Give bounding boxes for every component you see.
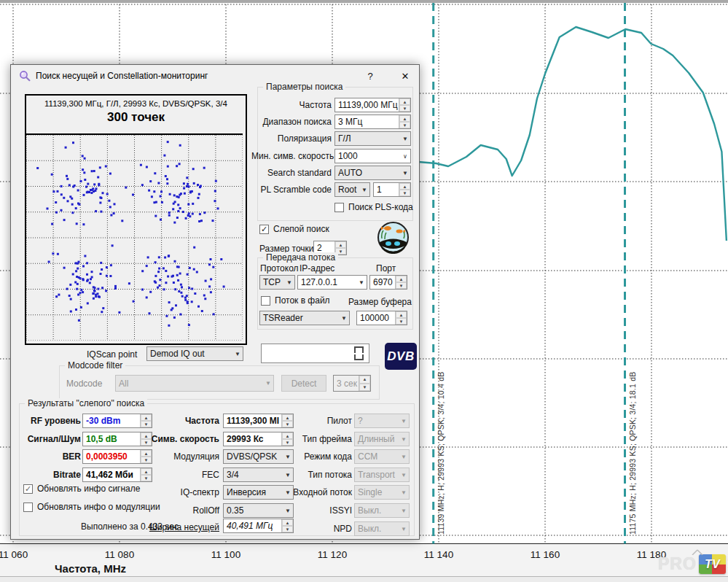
result-label-2: Сигнал/Шум bbox=[23, 434, 81, 444]
result-field-1[interactable]: -30 dBm▲▼ bbox=[82, 414, 152, 428]
constellation-point-count: 300 точек bbox=[26, 110, 246, 125]
modcode-label: Modcode bbox=[66, 379, 102, 389]
port-label: Порт bbox=[376, 263, 396, 273]
stream-info-field-2: Длинный▼ bbox=[354, 432, 410, 446]
pl-scramble-value-stepper[interactable]: 1▲▼ bbox=[373, 182, 411, 197]
param-field-4-value: 1000 bbox=[335, 151, 400, 161]
result-field-2-value: 10,5 dB bbox=[83, 434, 140, 444]
stream-info-field-7-value: Выкл. bbox=[355, 524, 399, 534]
detect-button: Detect bbox=[281, 375, 326, 392]
demod-field-4-value: 3/4 bbox=[224, 470, 283, 480]
chevron-down-icon: ▼ bbox=[400, 136, 410, 142]
x-tick-label-4: 11 120 bbox=[318, 549, 347, 560]
checkbox-checked-icon[interactable]: ✓ bbox=[23, 484, 33, 494]
carrier-marker-label-2: 11175 MHz; H; 29993 KS; QPSK; 3/4; 18.1 … bbox=[628, 372, 637, 535]
reader-select[interactable]: TSReader▼ bbox=[259, 311, 350, 325]
search-params-title: Параметры поиска bbox=[263, 82, 345, 92]
stream-info-field-5: Single▼ bbox=[354, 485, 410, 500]
modcode-group-title: Modcode filter bbox=[65, 360, 125, 370]
param-field-1-spin-buttons[interactable]: ▲▼ bbox=[399, 98, 410, 112]
param-label-4: Мин. симв. скорость bbox=[251, 151, 332, 161]
protocol-label: Протокол bbox=[260, 263, 299, 273]
x-tick-label-2: 11 080 bbox=[105, 549, 134, 560]
stream-info-field-1: ?▼ bbox=[354, 414, 410, 428]
result-label-3: BER bbox=[23, 451, 81, 462]
checkbox-unchecked-icon[interactable] bbox=[334, 203, 344, 212]
protocol-select[interactable]: TCP▼ bbox=[259, 275, 295, 290]
modcode-select: All▼ bbox=[115, 375, 274, 392]
param-field-5-value: AUTO bbox=[335, 168, 400, 178]
close-button[interactable]: ✕ bbox=[393, 65, 418, 87]
param-label-1: Частота bbox=[251, 100, 332, 110]
pls-code-search-checkbox[interactable]: Поиск PLS-кода bbox=[334, 202, 413, 212]
chevron-down-icon: ▼ bbox=[399, 472, 409, 478]
constellation-header: 11139,300 МГц, Г/Л, 29993 Кс, DVBS/QPSK,… bbox=[26, 99, 246, 108]
param-field-4[interactable]: 1000∨ bbox=[334, 149, 411, 163]
tv-antenna-icon bbox=[690, 549, 705, 555]
x-tick-label-6: 11 160 bbox=[531, 549, 560, 560]
protv-watermark: PRO TV NET.UA bbox=[658, 554, 728, 574]
x-tick-label-5: 11 140 bbox=[424, 549, 453, 560]
result-field-4[interactable]: 41,462 Мби▲▼ bbox=[82, 467, 152, 482]
x-tick-label-3: 11 100 bbox=[211, 549, 240, 560]
param-label-3: Поляризация bbox=[251, 133, 332, 144]
checkbox-checked-icon[interactable]: ✓ bbox=[259, 225, 269, 234]
param-field-5[interactable]: AUTO▼ bbox=[334, 166, 411, 180]
param-field-3[interactable]: Г/Л▼ bbox=[334, 131, 411, 146]
result-label-1: RF уровень bbox=[23, 416, 81, 426]
chevron-down-icon: ▼ bbox=[399, 508, 409, 514]
dialog-titlebar[interactable]: Поиск несущей и Constellation-мониторинг… bbox=[11, 65, 419, 87]
stream-info-field-4: Transport▼ bbox=[354, 467, 410, 482]
chevron-down-icon: ▼ bbox=[359, 187, 369, 193]
port-stepper[interactable]: 6970▲▼ bbox=[369, 275, 407, 290]
stream-info-label-1: Пилот bbox=[278, 416, 352, 426]
demod-label-2: Симв. скорость bbox=[143, 434, 219, 444]
stream-info-label-5: Входной поток bbox=[278, 487, 352, 497]
stream-info-field-6: Выкл.▼ bbox=[354, 503, 410, 518]
chevron-down-icon: ▼ bbox=[400, 170, 410, 176]
stream-info-field-5-value: Single bbox=[355, 487, 399, 497]
iqscan-select[interactable]: Demod IQ out▼ bbox=[146, 346, 243, 361]
x-axis-title: Частота, MHz bbox=[55, 562, 126, 575]
chevron-down-icon: ▼ bbox=[399, 436, 409, 443]
blind-search-checkbox[interactable]: ✓ Слепой поиск bbox=[259, 224, 329, 234]
demod-label-3: Модуляция bbox=[143, 451, 219, 462]
tv-logo-icon: TV bbox=[699, 554, 726, 574]
pl-scramble-value-stepper-spin-buttons[interactable]: ▲▼ bbox=[399, 183, 410, 196]
checkbox-unchecked-icon[interactable] bbox=[261, 296, 270, 306]
result-field-3-value: 0,0003950 bbox=[83, 451, 140, 462]
carrier-width-link[interactable]: Ширина несущей bbox=[138, 522, 219, 532]
param-field-2-value: 3 МГц bbox=[335, 117, 399, 127]
window-top-edge bbox=[0, 0, 728, 3]
param-field-2-spin-buttons[interactable]: ▲▼ bbox=[399, 115, 410, 128]
carrier-width-stepper[interactable]: 40,491 МГц▲▼ bbox=[223, 519, 294, 533]
aquarium-cat-icon bbox=[377, 221, 410, 254]
stream-info-field-4-value: Transport bbox=[355, 470, 399, 480]
stream-info-field-2-value: Длинный bbox=[355, 434, 399, 444]
carrier-marker-label-1: 11139 MHz; H; 29993 KS; QPSK; 3/4; 10.4 … bbox=[437, 372, 445, 535]
demod-label-4: FEC bbox=[143, 470, 219, 480]
spectrum-trace bbox=[418, 27, 727, 241]
param-field-1[interactable]: 11139,000 МГц▲▼ bbox=[334, 98, 411, 112]
help-button[interactable]: ? bbox=[359, 65, 381, 87]
demod-field-2-value: 29993 Кс bbox=[224, 434, 281, 444]
update-modulation-info-checkbox[interactable]: Обновлять инфо о модуляции bbox=[23, 502, 160, 512]
checkbox-unchecked-icon[interactable] bbox=[23, 503, 33, 512]
update-signal-info-checkbox[interactable]: ✓ Обновлять инфо сигнале bbox=[23, 484, 140, 494]
stream-to-file-checkbox[interactable]: Поток в файл bbox=[261, 295, 330, 306]
buffer-size-stepper[interactable]: 100000▲▼ bbox=[356, 311, 407, 325]
detect-interval-stepper: 3 сек▲▼ bbox=[333, 375, 371, 392]
pl-scramble-mode-select[interactable]: Root▼ bbox=[334, 182, 370, 197]
ip-address-select[interactable]: 127.0.0.1▼ bbox=[297, 275, 367, 290]
stream-info-label-6: ISSYI bbox=[278, 505, 352, 516]
result-field-2[interactable]: 10,5 dB▲▼ bbox=[82, 432, 152, 446]
param-field-2[interactable]: 3 МГц▲▼ bbox=[334, 115, 411, 129]
param-label-2: Диапазон поиска bbox=[251, 117, 332, 127]
result-field-3[interactable]: 0,0003950▲▼ bbox=[82, 449, 152, 464]
chevron-down-icon: ▼ bbox=[399, 454, 409, 460]
result-field-1-value: -30 dBm bbox=[83, 416, 140, 426]
x-tick-label-1: 11 060 bbox=[0, 549, 28, 560]
pls-code-search-label: Поиск PLS-кода bbox=[348, 202, 413, 212]
carrier-search-dialog: Поиск несущей и Constellation-мониторинг… bbox=[10, 64, 420, 540]
stream-info-label-3: Режим кода bbox=[278, 451, 352, 462]
